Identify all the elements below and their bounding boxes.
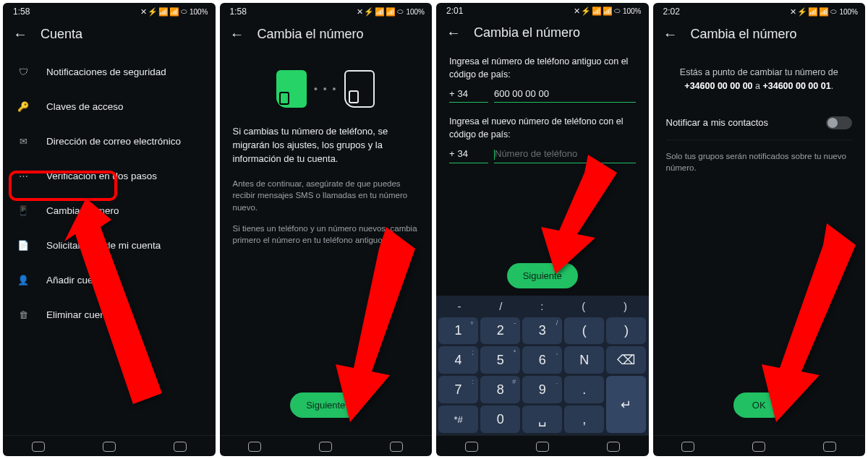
- toggle-label: Notificar a mis contactos: [666, 117, 769, 128]
- nav-home-icon[interactable]: [319, 442, 332, 452]
- numeric-keypad: - / : ( ) 1+ 2- 3/ ( ) 4; 5* 6, N ⌫ 7: 8…: [436, 296, 649, 435]
- status-bar: 1:58 ✕ ⚡ 📶 📶 ⬭ 100%: [220, 3, 433, 19]
- key-icon: 🔑: [16, 99, 30, 113]
- nav-back-icon[interactable]: [823, 442, 836, 452]
- keypad-symbol-row: - / : ( ): [438, 298, 646, 315]
- key-n[interactable]: N: [564, 346, 604, 374]
- header: ← Cambia el número: [220, 19, 433, 50]
- key-paren-close[interactable]: ): [606, 317, 646, 345]
- keypad-sym[interactable]: (: [582, 300, 585, 312]
- keypad-sym[interactable]: ): [624, 300, 627, 312]
- menu-email[interactable]: ✉ Dirección de correo electrónico: [3, 124, 216, 158]
- keypad-sym[interactable]: :: [540, 300, 543, 312]
- mail-icon: ✉: [16, 134, 30, 148]
- old-phone-input[interactable]: 600 00 00 00: [494, 88, 636, 103]
- confirm-text: Estás a punto de cambiar tu número de +3…: [666, 57, 853, 106]
- next-button[interactable]: Siguiente: [507, 263, 578, 288]
- key-enter[interactable]: ↵: [606, 376, 646, 433]
- new-country-code-input[interactable]: +34: [449, 148, 488, 163]
- dots-icon: • • •: [314, 83, 337, 95]
- back-icon[interactable]: ←: [230, 26, 244, 43]
- key-paren-open[interactable]: (: [564, 317, 604, 345]
- notify-contacts-row: Notificar a mis contactos: [666, 106, 853, 140]
- key-comma[interactable]: ,: [564, 406, 604, 433]
- trash-icon: 🗑: [16, 307, 30, 322]
- key-1[interactable]: 1+: [438, 317, 478, 345]
- key-6[interactable]: 6,: [522, 346, 562, 374]
- menu-label: Claves de acceso: [46, 101, 124, 112]
- menu-list: 🛡 Notificaciones de seguridad 🔑 Claves d…: [3, 50, 216, 336]
- menu-security-notifications[interactable]: 🛡 Notificaciones de seguridad: [3, 54, 216, 89]
- keypad-sym[interactable]: /: [499, 300, 502, 312]
- hint-text-1: Antes de continuar, asegúrate de que pue…: [233, 178, 420, 214]
- key-8[interactable]: 8#: [480, 376, 520, 403]
- sim-old-icon: [276, 70, 307, 108]
- nav-home-icon[interactable]: [536, 442, 549, 452]
- nav-bar: [220, 435, 433, 456]
- nav-home-icon[interactable]: [752, 442, 765, 452]
- nav-recent-icon[interactable]: [681, 442, 694, 452]
- new-number-row: +34 Número de teléfono: [449, 148, 636, 163]
- status-icons: ✕ ⚡ 📶 📶 ⬭ 100%: [790, 7, 858, 17]
- nav-bar: [3, 435, 216, 456]
- menu-delete-account[interactable]: 🗑 Eliminar cuenta: [3, 297, 216, 332]
- nav-recent-icon[interactable]: [248, 442, 261, 452]
- keypad-sym[interactable]: -: [457, 300, 461, 312]
- old-country-code-input[interactable]: +34: [449, 88, 488, 103]
- header: ← Cuenta: [3, 19, 216, 50]
- note-text: Solo tus grupos serán notificados sobre …: [666, 150, 853, 174]
- menu-add-account[interactable]: 👤 Añadir cuenta: [3, 262, 216, 297]
- menu-label: Eliminar cuenta: [46, 309, 114, 320]
- key-7[interactable]: 7:: [438, 376, 478, 403]
- menu-label: Notificaciones de seguridad: [46, 67, 166, 77]
- clock: 1:58: [13, 7, 30, 17]
- key-dot[interactable]: .: [564, 376, 604, 403]
- menu-label: Añadir cuenta: [46, 275, 106, 286]
- key-0[interactable]: 0: [480, 406, 520, 433]
- new-phone-input[interactable]: Número de teléfono: [494, 148, 636, 163]
- menu-request-info[interactable]: 📄 Solicitar info. de mi cuenta: [3, 228, 216, 262]
- clock: 2:02: [663, 7, 680, 17]
- status-bar: 2:01 ✕ ⚡ 📶 📶 ⬭ 100%: [436, 3, 649, 17]
- key-5[interactable]: 5*: [480, 346, 520, 374]
- nav-back-icon[interactable]: [607, 442, 620, 452]
- new-number-label: Ingresa el nuevo número de teléfono con …: [449, 116, 636, 141]
- shield-icon: 🛡: [16, 64, 30, 79]
- key-4[interactable]: 4;: [438, 346, 478, 374]
- sim-new-icon: [344, 70, 375, 108]
- key-symbols[interactable]: *#: [438, 406, 478, 433]
- nav-home-icon[interactable]: [103, 442, 116, 452]
- nav-recent-icon[interactable]: [465, 442, 478, 452]
- status-bar: 1:58 ✕ ⚡ 📶 📶 ⬭ 100%: [3, 3, 216, 19]
- menu-label: Cambiar número: [46, 205, 119, 216]
- menu-passkeys[interactable]: 🔑 Claves de acceso: [3, 89, 216, 124]
- sim-illustration: • • •: [233, 57, 420, 125]
- nav-recent-icon[interactable]: [32, 442, 45, 452]
- back-icon[interactable]: ←: [663, 26, 678, 43]
- back-icon[interactable]: ←: [13, 26, 27, 43]
- key-3[interactable]: 3/: [522, 317, 562, 345]
- next-button[interactable]: Siguiente: [290, 392, 361, 418]
- status-icons: ✕ ⚡ 📶 📶 ⬭ 100%: [140, 7, 208, 17]
- nav-back-icon[interactable]: [390, 442, 403, 452]
- page-title: Cuenta: [41, 27, 82, 42]
- page-title: Cambia el número: [474, 25, 580, 40]
- screen-confirm: 2:02 ✕ ⚡ 📶 📶 ⬭ 100% ← Cambia el número E…: [653, 3, 866, 456]
- screen-enter-numbers: 2:01 ✕ ⚡ 📶 📶 ⬭ 100% ← Cambia el número I…: [436, 3, 649, 456]
- header: ← Cambia el número: [653, 19, 866, 50]
- menu-two-step[interactable]: ⋯ Verificación en dos pasos: [3, 158, 216, 193]
- key-9[interactable]: 9.: [522, 376, 562, 403]
- ok-button[interactable]: OK: [733, 392, 785, 418]
- screen-account: 1:58 ✕ ⚡ 📶 📶 ⬭ 100% ← Cuenta 🛡 Notificac…: [3, 3, 216, 456]
- page-title: Cambia el número: [691, 27, 797, 42]
- menu-label: Verificación en dos pasos: [46, 171, 157, 181]
- key-space[interactable]: ␣: [522, 406, 562, 433]
- notify-toggle[interactable]: [826, 116, 852, 129]
- key-backspace[interactable]: ⌫: [606, 346, 646, 374]
- menu-change-number[interactable]: 📱 Cambiar número: [3, 193, 216, 228]
- back-icon[interactable]: ←: [446, 25, 461, 41]
- phone-swap-icon: 📱: [16, 203, 30, 218]
- key-2[interactable]: 2-: [480, 317, 520, 345]
- screen-change-number-info: 1:58 ✕ ⚡ 📶 📶 ⬭ 100% ← Cambia el número •…: [220, 3, 433, 456]
- nav-back-icon[interactable]: [174, 442, 187, 452]
